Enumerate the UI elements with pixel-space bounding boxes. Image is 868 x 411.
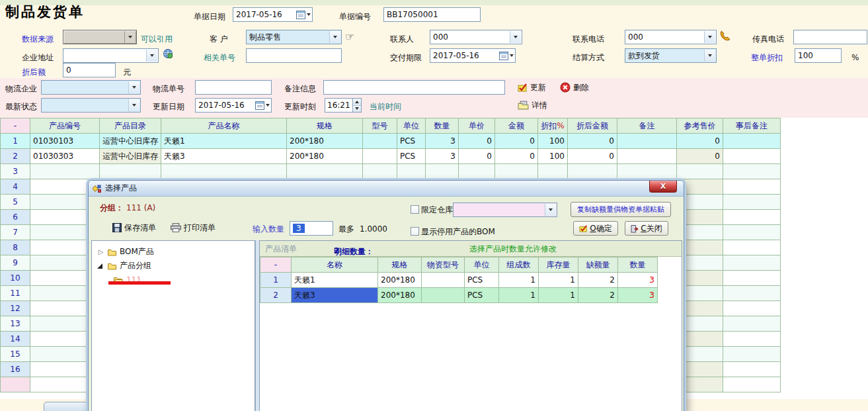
globe-icon[interactable]: [163, 48, 173, 59]
row-number[interactable]: 7: [1, 225, 30, 240]
main-cell[interactable]: 100: [538, 134, 568, 149]
row-number[interactable]: 12: [1, 301, 30, 316]
col-header[interactable]: 物资型号: [422, 257, 465, 273]
dialog-cell[interactable]: 200*180: [378, 288, 422, 303]
main-cell[interactable]: [723, 164, 781, 179]
close-button[interactable]: C关闭: [625, 221, 668, 236]
main-cell[interactable]: 0: [568, 134, 617, 149]
main-cell[interactable]: [723, 347, 781, 362]
col-header[interactable]: 组成数: [499, 257, 539, 273]
col-header[interactable]: 数量: [426, 118, 459, 134]
phone-select[interactable]: 000: [625, 30, 717, 44]
col-header[interactable]: 折扣%: [538, 118, 568, 134]
tree-item-groups[interactable]: 产品分组: [92, 259, 255, 273]
main-cell[interactable]: [723, 332, 781, 347]
dialog-cell[interactable]: 2: [578, 273, 618, 288]
spinner-up-icon[interactable]: [355, 101, 359, 103]
row-number[interactable]: 15: [1, 347, 30, 362]
main-cell[interactable]: [426, 164, 459, 179]
doc-date-input[interactable]: 2017-05-16: [233, 7, 313, 22]
main-cell[interactable]: [723, 134, 781, 149]
main-cell[interactable]: 天籁3: [161, 149, 287, 164]
main-cell[interactable]: [538, 164, 568, 179]
phone-icon[interactable]: [719, 30, 731, 42]
chevron-down-icon[interactable]: [704, 31, 715, 43]
main-cell[interactable]: 100: [538, 149, 568, 164]
main-cell[interactable]: [723, 362, 781, 377]
col-header[interactable]: -: [260, 257, 292, 273]
data-source-select[interactable]: [63, 30, 137, 44]
col-header[interactable]: 折后金额: [568, 118, 617, 134]
delete-button[interactable]: 删除: [560, 81, 589, 93]
col-header[interactable]: 单价: [459, 118, 495, 134]
main-cell[interactable]: [723, 179, 781, 195]
save-list-button[interactable]: 保存清单: [112, 222, 156, 234]
customer-select[interactable]: 制品零售: [246, 30, 342, 44]
dialog-cell[interactable]: 天籁3: [292, 288, 378, 303]
ok-button[interactable]: O确定: [573, 221, 618, 236]
logistics-select[interactable]: [41, 80, 141, 95]
tree-item-bom[interactable]: ▷ BOM产品: [92, 245, 255, 259]
qty-input[interactable]: 3: [290, 221, 333, 236]
logistics-no-input[interactable]: [195, 80, 272, 95]
main-cell[interactable]: [617, 149, 677, 164]
chevron-down-icon[interactable]: [329, 31, 340, 43]
main-cell[interactable]: PCS: [397, 149, 426, 164]
main-cell[interactable]: 0: [495, 149, 538, 164]
main-cell[interactable]: [723, 301, 781, 316]
main-cell[interactable]: PCS: [397, 134, 426, 149]
main-cell[interactable]: [363, 134, 397, 149]
main-cell[interactable]: [363, 164, 397, 179]
main-cell[interactable]: 0: [677, 134, 723, 149]
print-list-button[interactable]: 打印清单: [171, 222, 216, 234]
main-cell[interactable]: [617, 134, 677, 149]
after-discount-input[interactable]: 0: [63, 63, 116, 77]
main-cell[interactable]: 0: [677, 149, 723, 164]
main-cell[interactable]: 01030103: [30, 134, 100, 149]
dialog-cell[interactable]: [422, 273, 465, 288]
dialog-cell[interactable]: [422, 288, 465, 303]
dialog-cell[interactable]: PCS: [465, 288, 499, 303]
chevron-down-icon[interactable]: [128, 99, 139, 111]
chevron-down-icon[interactable]: [146, 50, 157, 62]
col-header[interactable]: 产品目录: [100, 118, 161, 134]
row-number[interactable]: 1: [260, 273, 292, 288]
row-number[interactable]: 4: [1, 179, 30, 195]
status-select[interactable]: [41, 98, 141, 113]
col-header[interactable]: 型号: [363, 118, 397, 134]
main-cell[interactable]: [723, 149, 781, 164]
col-header[interactable]: 缺额量: [578, 257, 618, 273]
main-cell[interactable]: [568, 164, 617, 179]
order-discount-input[interactable]: 100: [795, 48, 842, 63]
dialog-cell[interactable]: 1: [499, 273, 539, 288]
main-cell[interactable]: [495, 164, 538, 179]
new-row-header[interactable]: [1, 377, 30, 392]
main-cell[interactable]: [459, 164, 495, 179]
col-header[interactable]: 单位: [397, 118, 426, 134]
main-cell[interactable]: [723, 271, 781, 286]
row-number[interactable]: 6: [1, 210, 30, 225]
col-header[interactable]: -: [1, 118, 30, 134]
chevron-down-icon[interactable]: [128, 81, 139, 93]
settlement-select[interactable]: 款到发货: [625, 48, 717, 63]
main-cell[interactable]: [723, 195, 781, 210]
spinner-down-icon[interactable]: [355, 107, 359, 110]
row-number[interactable]: 5: [1, 195, 30, 210]
expanded-arrow-icon[interactable]: [97, 263, 102, 269]
remark-input[interactable]: [323, 80, 505, 95]
row-number[interactable]: 14: [1, 332, 30, 347]
col-header[interactable]: 单位: [465, 257, 499, 273]
col-header[interactable]: 规格: [378, 257, 422, 273]
col-header[interactable]: 金额: [495, 118, 538, 134]
main-cell[interactable]: [617, 164, 677, 179]
row-number[interactable]: 2: [260, 288, 292, 303]
main-cell[interactable]: 运营中心旧库存: [100, 149, 161, 164]
col-header[interactable]: 数量: [618, 257, 658, 273]
main-cell[interactable]: 01030303: [30, 149, 100, 164]
copy-shortage-button[interactable]: 复制缺额量供物资单据粘贴: [571, 202, 671, 217]
main-cell[interactable]: 0: [568, 149, 617, 164]
chevron-down-icon[interactable]: [510, 54, 514, 57]
row-number[interactable]: 3: [1, 164, 30, 179]
detail-button[interactable]: 详情: [518, 99, 547, 111]
dialog-cell[interactable]: 3: [618, 288, 658, 303]
